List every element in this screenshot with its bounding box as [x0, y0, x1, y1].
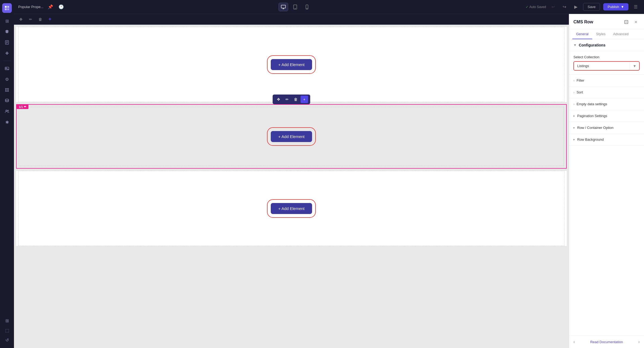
- delete-tool-btn[interactable]: 🗑: [36, 16, 44, 23]
- row-background-accordion-header[interactable]: ▸ Row Background: [569, 134, 644, 145]
- collection-select-wrapper: ▾: [573, 61, 640, 71]
- sidebar-bottom: ⊞ ⬚ ↺: [2, 316, 12, 345]
- pagination-accordion: ▸ Pagination Settings: [569, 110, 644, 122]
- pagination-chevron: ▸: [573, 114, 575, 118]
- main-area: Popular Prope... 📌 🕐: [14, 0, 644, 348]
- panel-close-btn[interactable]: ✕: [632, 18, 640, 26]
- panel-prev-btn[interactable]: ‹: [573, 339, 575, 344]
- float-move-btn[interactable]: ✥: [275, 96, 282, 103]
- svg-point-20: [8, 110, 9, 111]
- sidebar-item-pages2[interactable]: ⬚: [2, 325, 12, 335]
- svg-rect-1: [7, 6, 9, 8]
- pagination-label: Pagination Settings: [577, 114, 607, 118]
- sort-chevron: ›: [573, 91, 575, 94]
- pagination-accordion-header[interactable]: ▸ Pagination Settings: [569, 110, 644, 122]
- canvas-section-inner-1[interactable]: + Add Element: [18, 27, 565, 102]
- desktop-device-btn[interactable]: [279, 3, 288, 11]
- menu-btn[interactable]: ☰: [632, 3, 640, 11]
- add-element-btn-2[interactable]: + Add Element: [271, 131, 312, 142]
- add-element-btn-1[interactable]: + Add Element: [271, 59, 312, 70]
- svg-rect-2: [5, 8, 7, 10]
- empty-data-label: Empty data settings: [577, 102, 607, 106]
- collection-select-input[interactable]: [574, 62, 630, 70]
- canvas-column: ✥ ✏ 🗑 + + Add Element: [14, 14, 569, 348]
- canvas-section-inner-3[interactable]: + Add Element: [18, 171, 565, 246]
- configurations-chevron: ▼: [573, 43, 577, 47]
- sidebar-item-users[interactable]: [2, 107, 12, 116]
- sidebar-item-page[interactable]: [2, 38, 12, 47]
- sidebar-item-data[interactable]: [2, 96, 12, 106]
- mobile-device-btn[interactable]: [302, 3, 312, 11]
- redo-btn[interactable]: ↪: [561, 3, 569, 11]
- canvas-cms-row-section: 1/1 ✏ ✥ ✏ 🗑 + + Add Element: [16, 104, 567, 169]
- collection-dropdown-arrow[interactable]: ▾: [630, 62, 639, 70]
- filter-label: Filter: [577, 78, 584, 82]
- history-icon[interactable]: 🕐: [57, 3, 65, 10]
- configurations-label: Configurations: [579, 43, 606, 47]
- panel-minimize-btn[interactable]: [623, 18, 630, 26]
- sidebar-item-grid[interactable]: ⊞: [2, 16, 12, 26]
- configurations-content: Select Collection ▾: [569, 51, 644, 75]
- sidebar-item-components[interactable]: ❖: [2, 48, 12, 58]
- tablet-device-btn[interactable]: [290, 3, 300, 11]
- empty-data-accordion-header[interactable]: › Empty data settings: [569, 98, 644, 110]
- svg-point-27: [307, 8, 308, 9]
- sidebar-item-settings[interactable]: ⚙: [2, 74, 12, 84]
- app-logo[interactable]: [2, 3, 12, 13]
- row-background-label: Row Background: [577, 137, 604, 142]
- filter-accordion-header[interactable]: › Filter: [569, 75, 644, 86]
- auto-saved-status: Auto Saved: [526, 5, 546, 9]
- sidebar-item-layers[interactable]: [2, 27, 12, 37]
- sort-accordion: › Sort: [569, 86, 644, 98]
- canvas-content: + Add Element 1/1 ✏ ✥ ✏ 🗑: [14, 27, 569, 348]
- svg-point-19: [6, 110, 7, 111]
- sidebar-item-extensions[interactable]: ⊞: [2, 316, 12, 325]
- svg-point-25: [295, 8, 296, 9]
- sidebar-item-history[interactable]: ↺: [2, 335, 12, 345]
- add-section-btn[interactable]: +: [46, 16, 54, 23]
- pin-icon[interactable]: 📌: [47, 3, 54, 10]
- undo-btn[interactable]: ↩: [549, 3, 557, 11]
- floating-toolbar: ✥ ✏ 🗑 +: [273, 95, 310, 104]
- configurations-section-header[interactable]: ▼ Configurations: [569, 39, 644, 51]
- tab-advanced[interactable]: Advanced: [609, 29, 632, 39]
- sort-accordion-header[interactable]: › Sort: [569, 86, 644, 98]
- panel-footer: ‹ Read Documentation ›: [569, 335, 644, 348]
- topbar: Popular Prope... 📌 🕐: [14, 0, 644, 14]
- row-background-accordion: ▸ Row Background: [569, 134, 644, 146]
- read-documentation-link[interactable]: Read Documentation: [590, 340, 623, 344]
- filter-accordion: › Filter: [569, 75, 644, 86]
- tab-general[interactable]: General: [572, 29, 592, 39]
- page-title: Popular Prope...: [18, 5, 43, 9]
- save-button[interactable]: Save: [583, 3, 600, 11]
- panel-next-btn[interactable]: ›: [638, 339, 640, 344]
- sidebar-item-images[interactable]: [2, 64, 12, 73]
- svg-point-18: [5, 99, 9, 100]
- panel-header: CMS Row ✕: [569, 14, 644, 29]
- device-switcher: [68, 3, 522, 11]
- sidebar-item-integrations[interactable]: [2, 85, 12, 95]
- canvas-scroll[interactable]: + Add Element 1/1 ✏ ✥ ✏ 🗑: [14, 25, 569, 348]
- svg-point-12: [5, 90, 6, 92]
- svg-rect-3: [7, 8, 9, 10]
- row-container-accordion-header[interactable]: ▸ Row / Container Option: [569, 122, 644, 133]
- row-background-chevron: ▸: [573, 138, 575, 141]
- publish-button[interactable]: Publish ▼: [603, 3, 628, 10]
- tab-styles[interactable]: Styles: [592, 29, 609, 39]
- sidebar-item-tools[interactable]: ✱: [2, 117, 12, 127]
- canvas-cms-row-inner[interactable]: + Add Element: [19, 107, 564, 166]
- move-tool-btn[interactable]: ✥: [17, 16, 25, 23]
- panel-tabs: General Styles Advanced: [569, 29, 644, 39]
- float-delete-btn[interactable]: 🗑: [292, 96, 299, 103]
- sidebar-divider-1: [3, 61, 11, 61]
- svg-rect-0: [5, 6, 7, 8]
- svg-rect-21: [281, 5, 286, 8]
- float-add-btn[interactable]: +: [301, 96, 308, 103]
- edit-tool-btn[interactable]: ✏: [27, 16, 34, 23]
- preview-btn[interactable]: ▶: [572, 3, 580, 11]
- float-edit-btn[interactable]: ✏: [283, 96, 291, 103]
- edit-badge-icon[interactable]: ✏: [24, 105, 26, 108]
- add-element-btn-3[interactable]: + Add Element: [271, 203, 312, 214]
- select-collection-label: Select Collection: [573, 55, 640, 59]
- empty-data-chevron: ›: [573, 103, 575, 106]
